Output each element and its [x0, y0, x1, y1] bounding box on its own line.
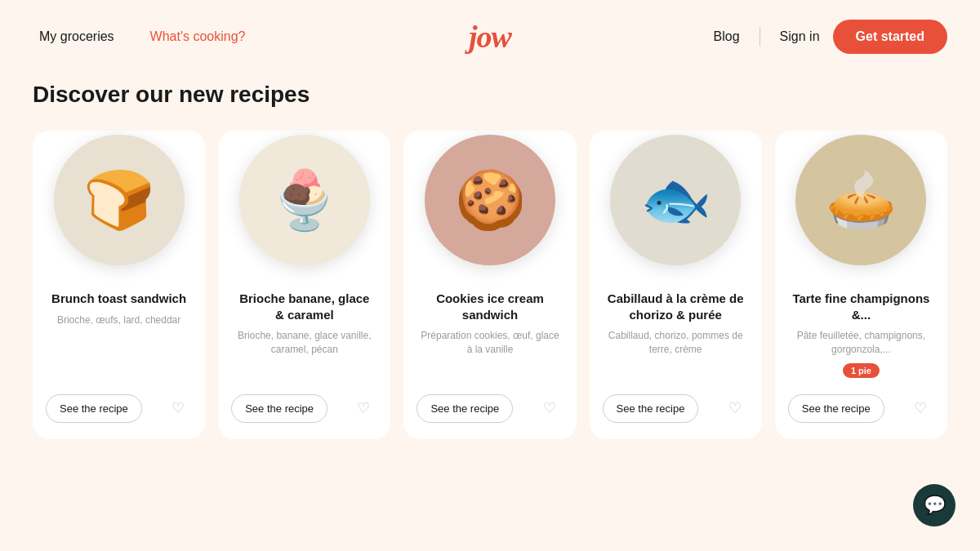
favorite-button[interactable]: ♡: [536, 394, 564, 422]
card-footer: See the recipe ♡: [33, 394, 205, 423]
navbar: My groceries What's cooking? jow Blog Si…: [0, 0, 980, 73]
card-image-wrapper: 🥧: [775, 131, 947, 278]
nav-left: My groceries What's cooking?: [33, 26, 252, 47]
food-image: 🐟: [610, 135, 741, 265]
heart-icon: ♡: [728, 399, 742, 417]
card-image-wrapper: 🍪: [403, 131, 576, 278]
card-title: Tarte fine champignons &...: [791, 291, 931, 322]
card-ingredients: Brioche, œufs, lard, cheddar: [49, 313, 189, 327]
heart-icon: ♡: [172, 399, 185, 417]
card-body: Brioche banane, glace & caramel Brioche,…: [218, 278, 390, 394]
nav-blog[interactable]: Blog: [707, 26, 746, 47]
see-recipe-button[interactable]: See the recipe: [416, 394, 513, 423]
card-image-wrapper: 🐟: [590, 131, 762, 278]
recipe-card: 🍪 Cookies ice cream sandwich Préparation…: [403, 131, 576, 439]
card-body: Tarte fine champignons &... Pâte feuille…: [775, 278, 947, 394]
card-ingredients: Pâte feuilletée, champignons, gorgonzola…: [791, 329, 931, 357]
card-title: Brunch toast sandwich: [49, 291, 189, 307]
recipe-card: 🍨 Brioche banane, glace & caramel Brioch…: [218, 131, 390, 439]
card-ingredients: Brioche, banane, glace vanille, caramel,…: [234, 329, 374, 357]
nav-logo[interactable]: jow: [469, 19, 511, 55]
nav-divider: [760, 27, 760, 47]
recipe-card: 🥧 Tarte fine champignons &... Pâte feuil…: [775, 131, 947, 439]
nav-whats-cooking[interactable]: What's cooking?: [144, 26, 252, 47]
favorite-button[interactable]: ♡: [906, 394, 934, 422]
nav-right: Blog Sign in Get started: [707, 20, 947, 54]
see-recipe-button[interactable]: See the recipe: [231, 394, 327, 423]
favorite-button[interactable]: ♡: [164, 394, 192, 422]
nav-sign-in[interactable]: Sign in: [773, 26, 826, 47]
favorite-button[interactable]: ♡: [721, 394, 749, 422]
chat-widget[interactable]: 💬: [913, 484, 956, 527]
recipes-grid: 🍞 Brunch toast sandwich Brioche, œufs, l…: [33, 131, 947, 439]
card-footer: See the recipe ♡: [218, 394, 390, 423]
card-badge-container: 1 pie: [791, 363, 931, 378]
see-recipe-button[interactable]: See the recipe: [788, 394, 884, 423]
page-title: Discover our new recipes: [33, 82, 947, 108]
card-body: Cookies ice cream sandwich Préparation c…: [403, 278, 576, 394]
heart-icon: ♡: [914, 399, 927, 417]
nav-my-groceries[interactable]: My groceries: [33, 26, 121, 47]
card-title: Brioche banane, glace & caramel: [234, 291, 374, 322]
card-ingredients: Cabillaud, chorizo, pommes de terre, crè…: [606, 329, 746, 357]
card-title: Cookies ice cream sandwich: [420, 291, 559, 322]
recipe-badge: 1 pie: [843, 363, 880, 378]
card-body: Cabillaud à la crème de chorizo & purée …: [590, 278, 762, 394]
heart-icon: ♡: [357, 399, 370, 417]
card-image-wrapper: 🍞: [33, 131, 205, 278]
heart-icon: ♡: [543, 399, 556, 417]
card-ingredients: Préparation cookies, œuf, glace à la van…: [420, 329, 559, 357]
get-started-button[interactable]: Get started: [833, 20, 947, 54]
card-footer: See the recipe ♡: [403, 394, 576, 423]
chat-icon: 💬: [924, 495, 946, 516]
food-image: 🍪: [425, 135, 555, 265]
favorite-button[interactable]: ♡: [350, 394, 377, 422]
recipe-card: 🐟 Cabillaud à la crème de chorizo & puré…: [590, 131, 762, 439]
see-recipe-button[interactable]: See the recipe: [46, 394, 142, 423]
food-image: 🥧: [795, 135, 926, 265]
card-footer: See the recipe ♡: [775, 394, 947, 423]
see-recipe-button[interactable]: See the recipe: [603, 394, 699, 423]
food-image: 🍨: [239, 135, 370, 265]
card-body: Brunch toast sandwich Brioche, œufs, lar…: [33, 278, 205, 394]
main-content: Discover our new recipes 🍞 Brunch toast …: [0, 73, 980, 472]
food-image: 🍞: [54, 135, 185, 265]
card-title: Cabillaud à la crème de chorizo & purée: [606, 291, 746, 322]
card-footer: See the recipe ♡: [590, 394, 762, 423]
recipe-card: 🍞 Brunch toast sandwich Brioche, œufs, l…: [33, 131, 205, 439]
card-image-wrapper: 🍨: [218, 131, 390, 278]
